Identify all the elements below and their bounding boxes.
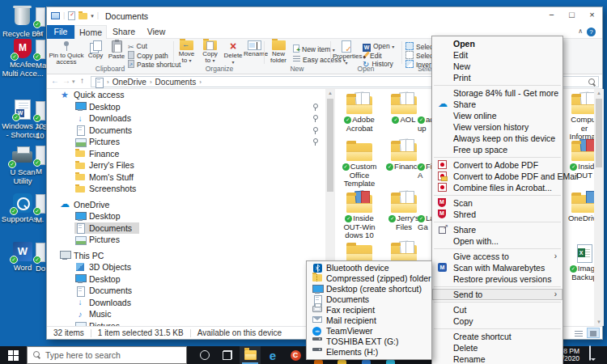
send-to-item-toshiba-ext-g-[interactable]: TOSHIBA EXT (G:) [307, 336, 431, 347]
cut-button[interactable]: ✂Cut [128, 42, 147, 51]
sidebar-item-mom-s-stuff[interactable]: Mom's Stuff [47, 171, 325, 184]
send-to-item-elements-h-[interactable]: Elements (H:) [307, 347, 431, 358]
send-to-item-mail-recipient[interactable]: Mail recipient [307, 315, 431, 326]
sidebar-item-desktop[interactable]: Desktop [47, 101, 325, 113]
details-view-button[interactable] [572, 328, 585, 338]
sidebar-item-desktop[interactable]: Desktop [47, 273, 325, 286]
up-button[interactable]: ↑ [80, 76, 84, 85]
sidebar-item-pictures[interactable]: Pictures [47, 234, 325, 246]
file-tile[interactable]: ✓InsideOUT-Windows 10 [338, 190, 380, 240]
context-menu-item-scan-with-malwarebytes[interactable]: Scan with Malwarebytes [432, 262, 562, 273]
maximize-button[interactable]: □ [562, 7, 582, 24]
action-center-icon[interactable] [589, 346, 591, 364]
context-menu-item-always-keep-on-this-device[interactable]: Always keep on this device [432, 133, 562, 144]
tab-home[interactable]: Home [74, 25, 107, 39]
edit-button[interactable]: Edit [363, 51, 382, 60]
context-menu-item-view-online[interactable]: View online [432, 110, 562, 121]
send-to-item-teamviewer[interactable]: TeamViewer [307, 326, 431, 336]
context-menu-item-send-to[interactable]: Send to› [432, 289, 562, 300]
file-tile[interactable]: ✓AdobeAcrobat [338, 91, 380, 133]
context-menu-item-open[interactable]: Open [432, 38, 562, 49]
scrollbar-thumb[interactable] [327, 99, 333, 192]
pin-to-quick-access-button[interactable]: Pin to Quick access [49, 40, 84, 66]
new-folder-button[interactable]: New folder [266, 40, 291, 66]
file-tile[interactable]: ✓CustomOfficeTemplates [338, 138, 380, 197]
context-menu-item-shred[interactable]: Shred [432, 209, 562, 220]
context-menu-item-scan[interactable]: Scan [432, 197, 562, 209]
search-box[interactable] [562, 76, 599, 87]
sidebar-item-downloads[interactable]: ↓Downloads [47, 112, 325, 125]
context-menu-item-open-with-[interactable]: Open with... [432, 235, 562, 247]
files-scrollbar[interactable]: ▲ ▼ [594, 89, 604, 326]
sidebar-item-jerry-s-files[interactable]: Jerry's Files [47, 159, 325, 171]
copy-path-button[interactable]: Copy path [128, 51, 168, 60]
taskbar-search[interactable]: Type here to search [27, 346, 187, 364]
context-menu-item-storage-84-full-get-more[interactable]: Storage 84% full - Get more [432, 87, 562, 99]
tab-view[interactable]: View [141, 25, 172, 39]
context-menu-item-restore-previous-versions[interactable]: Restore previous versions [432, 273, 562, 285]
rename-button[interactable]: Rename [244, 40, 265, 66]
new-folder-shortcut-icon[interactable] [79, 13, 87, 19]
copy-to-button[interactable]: Copy to ▾ [199, 40, 221, 66]
taskbar-peek-icon[interactable] [337, 360, 346, 364]
context-menu-item-print[interactable]: Print [432, 72, 562, 83]
properties-button[interactable]: Properties ▾ [333, 40, 360, 66]
send-to-item-desktop-create-shortcut-[interactable]: Desktop (create shortcut) [307, 284, 431, 294]
taskbar-button-edge[interactable]: e [262, 346, 283, 364]
start-button[interactable] [0, 346, 26, 364]
paste-button[interactable]: Paste [107, 40, 126, 66]
context-menu-item-convert-to-adobe-pdf[interactable]: Convert to Adobe PDF [432, 159, 562, 171]
tab-file[interactable]: File [47, 25, 74, 39]
context-menu-item-copy[interactable]: Copy [432, 315, 562, 327]
context-menu-item-delete[interactable]: Delete [432, 342, 562, 353]
taskbar-peek-icon[interactable] [314, 360, 323, 364]
scroll-up-icon[interactable]: ▲ [325, 89, 335, 97]
back-button[interactable]: ← [51, 76, 59, 85]
send-to-item-documents[interactable]: Documents [307, 294, 431, 305]
customize-qat-caret-icon[interactable]: ▾ [91, 13, 94, 19]
taskbar-peek-icon[interactable] [386, 360, 395, 364]
context-menu-item-share[interactable]: ☁Share [432, 99, 562, 110]
sidebar-item-this-pc[interactable]: This PC [47, 250, 325, 262]
breadcrumb-onedrive[interactable]: OneDrive [112, 78, 146, 87]
send-to-item-fax-recipient[interactable]: Fax recipient [307, 305, 431, 315]
move-to-button[interactable]: Move to ▾ [176, 40, 197, 66]
scrollbar-thumb[interactable] [596, 99, 602, 167]
sidebar-item-3d-objects[interactable]: 3D Objects [47, 261, 325, 273]
context-menu-item-view-version-history[interactable]: View version history [432, 121, 562, 133]
taskbar-button-file-explorer[interactable] [240, 346, 261, 364]
delete-button[interactable]: × Delete ▾ [223, 40, 244, 66]
copy-button[interactable]: Copy [86, 40, 105, 66]
context-menu-item-free-up-space[interactable]: Free up space [432, 144, 562, 155]
context-menu-item-edit[interactable]: Edit [432, 49, 562, 61]
sidebar-item-documents[interactable]: Documents [47, 125, 325, 137]
sidebar-item-documents[interactable]: Documents [47, 285, 325, 297]
context-menu-item-convert-to-adobe-pdf-and-email[interactable]: Convert to Adobe PDF and EMail [432, 171, 562, 182]
sidebar-item-screenshots[interactable]: Screenshots [47, 183, 325, 195]
context-menu-item-share[interactable]: Share [432, 224, 562, 235]
sidebar-item-finance[interactable]: Finance [47, 148, 325, 160]
taskbar-button-ccleaner[interactable]: C [285, 346, 306, 364]
properties-shortcut-icon[interactable] [68, 11, 75, 20]
file-tile[interactable]: OneDrive [563, 190, 594, 223]
sidebar-item-desktop[interactable]: Desktop [47, 210, 325, 222]
tab-share[interactable]: Share [107, 25, 141, 39]
context-menu-item-new[interactable]: New [432, 61, 562, 72]
sidebar-item-music[interactable]: ♪Music [47, 308, 325, 320]
sidebar-item-onedrive[interactable]: ☁OneDrive [47, 199, 325, 211]
open-button[interactable]: WOpen ▾ [363, 42, 394, 51]
collapse-ribbon-icon[interactable]: ∧ [578, 28, 583, 35]
close-button[interactable]: × [582, 7, 602, 24]
context-menu-item-give-access-to[interactable]: Give access to› [432, 251, 562, 262]
sidebar-item-pictures[interactable]: Pictures [47, 320, 325, 327]
title-bar[interactable]: | ▾ | Documents − □ × [47, 7, 602, 25]
scroll-up-icon[interactable]: ▲ [594, 89, 604, 97]
sidebar-item-documents[interactable]: Documents [47, 222, 325, 235]
taskbar-button-cortana[interactable] [194, 346, 215, 364]
taskbar-peek-icon[interactable] [362, 360, 371, 364]
context-menu-item-cut[interactable]: Cut [432, 304, 562, 315]
new-item-button[interactable]: New item ▾ [293, 44, 335, 53]
sidebar-item-downloads[interactable]: ↓Downloads [47, 297, 325, 309]
file-tile[interactable]: ✓ImageBackup [563, 240, 594, 281]
scroll-down-icon[interactable]: ▼ [594, 318, 604, 326]
